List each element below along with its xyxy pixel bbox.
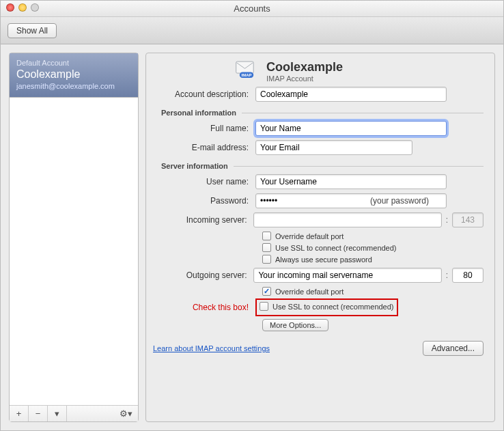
svg-text:IMAP: IMAP	[242, 73, 252, 77]
window-controls	[6, 3, 39, 12]
password-hint: (your password)	[370, 196, 429, 206]
account-tile[interactable]: Default Account Coolexample janesmith@co…	[10, 53, 138, 98]
port-separator-out: :	[446, 270, 448, 280]
default-account-label: Default Account	[16, 59, 131, 67]
incoming-server-input[interactable]	[253, 212, 441, 227]
ssl-outgoing-checkbox[interactable]	[260, 302, 268, 311]
section-server: Server information	[161, 162, 484, 170]
advanced-button[interactable]: Advanced...	[423, 341, 484, 356]
description-input[interactable]	[255, 87, 447, 102]
fullname-input[interactable]	[255, 121, 447, 136]
account-name: Coolexample	[16, 68, 131, 81]
override-outgoing-port-checkbox[interactable]	[262, 287, 271, 296]
label-username: User name:	[153, 177, 255, 186]
port-separator: :	[446, 215, 448, 225]
label-description: Account description:	[153, 89, 255, 99]
account-title: Coolexample	[266, 60, 343, 74]
accounts-window: Accounts Show All Default Account Coolex…	[0, 0, 504, 431]
label-password: Password:	[153, 196, 255, 206]
email-input[interactable]	[255, 140, 412, 155]
add-account-button[interactable]: +	[10, 406, 29, 421]
outgoing-port-input[interactable]	[452, 268, 484, 283]
account-detail-panel: IMAP Coolexample IMAP Account Account de…	[145, 53, 495, 422]
account-dropdown-button[interactable]: ▾	[48, 406, 67, 421]
label-email: E-mail address:	[153, 143, 255, 152]
outgoing-server-input[interactable]	[253, 268, 441, 283]
incoming-port-input	[452, 212, 484, 227]
ssl-incoming-checkbox[interactable]	[262, 243, 271, 252]
ssl-outgoing-highlight: Use SSL to connect (recommended)	[255, 298, 398, 316]
section-server-label: Server information	[161, 162, 228, 170]
learn-imap-link[interactable]: Learn about IMAP account settings	[153, 344, 270, 352]
override-incoming-port-label: Override default port	[275, 232, 344, 240]
svg-rect-0	[236, 61, 254, 73]
accounts-sidebar: Default Account Coolexample janesmith@co…	[9, 53, 139, 422]
override-incoming-port-checkbox[interactable]	[262, 232, 271, 240]
toolbar: Show All	[1, 17, 503, 44]
gear-icon[interactable]: ⚙▾	[114, 408, 138, 419]
sidebar-footer: + − ▾ ⚙▾	[10, 405, 138, 421]
account-header: IMAP Coolexample IMAP Account	[235, 60, 484, 83]
zoom-icon[interactable]	[31, 3, 39, 12]
ssl-incoming-label: Use SSL to connect (recommended)	[275, 244, 397, 252]
account-email: janesmith@coolexample.com	[16, 82, 131, 90]
show-all-button[interactable]: Show All	[8, 23, 57, 38]
titlebar: Accounts	[1, 1, 503, 17]
secure-password-checkbox[interactable]	[262, 255, 271, 264]
more-options-button[interactable]: More Options...	[262, 319, 328, 331]
check-this-box-hint: Check this box!	[153, 303, 255, 312]
override-outgoing-port-label: Override default port	[275, 288, 344, 296]
minimize-icon[interactable]	[18, 3, 27, 12]
section-personal-label: Personal information	[161, 109, 236, 117]
account-subtitle: IMAP Account	[266, 74, 343, 83]
label-fullname: Full name:	[153, 124, 255, 133]
username-input[interactable]	[255, 174, 447, 189]
remove-account-button[interactable]: −	[29, 406, 48, 421]
label-outgoing: Outgoing server:	[153, 270, 253, 280]
ssl-outgoing-label: Use SSL to connect (recommended)	[272, 303, 394, 311]
mail-imap-icon: IMAP	[235, 60, 258, 79]
secure-password-label: Always use secure password	[275, 255, 372, 264]
label-incoming: Incoming server:	[153, 215, 253, 225]
section-personal: Personal information	[161, 109, 484, 117]
close-icon[interactable]	[6, 3, 14, 12]
window-title: Accounts	[1, 3, 503, 14]
